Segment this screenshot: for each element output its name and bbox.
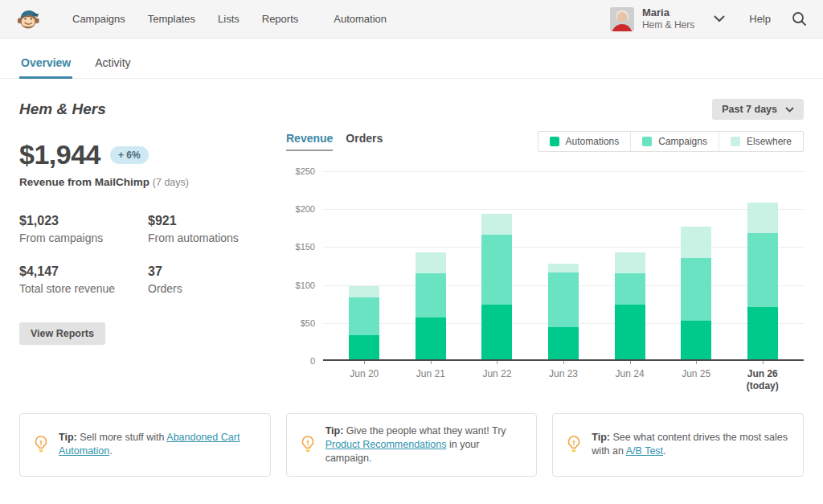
freddie-monkey-icon xyxy=(16,7,40,31)
stat-value: $1,023 xyxy=(19,214,148,228)
tip-link-abandoned-cart-automation[interactable]: Abandoned Cart Automation xyxy=(59,432,240,457)
bar-segment-elsewhere xyxy=(615,252,645,273)
legend-label: Elsewhere xyxy=(747,136,792,147)
revenue-summary-panel: $1,944 + 6% Revenue from MailChimp (7 da… xyxy=(19,131,286,392)
lightbulb-icon xyxy=(300,435,316,454)
x-axis: Jun 20Jun 21Jun 22Jun 23Jun 24Jun 25Jun … xyxy=(323,368,804,392)
bar-segment-elsewhere xyxy=(416,252,446,273)
tip-link-a-b-test[interactable]: A/B Test xyxy=(626,445,663,457)
bar-jun-23[interactable] xyxy=(548,264,579,359)
bar-segment-elsewhere xyxy=(747,203,778,234)
legend-item-automations[interactable]: Automations xyxy=(538,132,631,151)
bar-jun-24[interactable] xyxy=(615,252,645,359)
top-nav: CampaignsTemplatesListsReportsAutomation… xyxy=(0,0,823,39)
revenue-caption: Revenue from MailChimp (7 days) xyxy=(19,176,286,188)
stat-value: 37 xyxy=(148,264,276,279)
x-label-jun-25: Jun 25 xyxy=(663,368,730,392)
x-tick-mark xyxy=(763,361,764,364)
chart-tab-revenue[interactable]: Revenue xyxy=(286,132,333,151)
bar-segment-elsewhere xyxy=(349,286,379,297)
x-label-text: Jun 21 xyxy=(398,368,465,380)
revenue-caption-suffix: (7 days) xyxy=(153,177,189,188)
page-title: Hem & Hers xyxy=(19,100,106,118)
legend-item-elsewhere[interactable]: Elsewhere xyxy=(719,132,803,151)
tip-text: Tip: See what content drives the most sa… xyxy=(592,431,790,458)
nav-item-templates[interactable]: Templates xyxy=(148,13,195,25)
bar-segment-elsewhere xyxy=(548,264,579,272)
chart-metric-tabs: RevenueOrders xyxy=(286,132,383,151)
nav-item-campaigns[interactable]: Campaigns xyxy=(72,13,125,25)
bar-group-jun-20 xyxy=(331,286,398,359)
x-label-subtext: (today) xyxy=(729,380,796,392)
bar-segment-automations xyxy=(747,307,778,359)
help-link[interactable]: Help xyxy=(749,13,771,25)
legend-swatch-icon xyxy=(731,137,740,146)
legend-label: Automations xyxy=(566,136,620,147)
x-label-text: Jun 24 xyxy=(596,368,663,380)
stats-grid: $1,023From campaigns$921From automations… xyxy=(19,214,286,295)
y-tick-label: $100 xyxy=(296,281,315,290)
tip-prefix: Tip: xyxy=(59,432,77,443)
bar-segment-elsewhere xyxy=(681,227,711,258)
bar-segment-automations xyxy=(416,318,446,359)
user-account: Hem & Hers xyxy=(642,19,694,31)
y-axis: $250$200$150$100$500 xyxy=(286,171,323,392)
account-menu[interactable]: Maria Hem & Hers xyxy=(610,6,725,31)
bar-jun-22[interactable] xyxy=(481,214,512,359)
bar-jun-25[interactable] xyxy=(681,227,711,359)
bar-segment-automations xyxy=(481,305,512,359)
bar-segment-elsewhere xyxy=(481,214,512,235)
x-label-jun-21: Jun 21 xyxy=(398,368,465,392)
x-label-jun-23: Jun 23 xyxy=(530,368,597,392)
nav-item-reports[interactable]: Reports xyxy=(262,13,299,25)
tab-overview[interactable]: Overview xyxy=(19,48,72,79)
tip-prefix: Tip: xyxy=(592,432,610,443)
bar-segment-automations xyxy=(615,305,645,359)
nav-item-automation[interactable]: Automation xyxy=(334,13,387,25)
tab-activity[interactable]: Activity xyxy=(93,48,132,79)
chart-tab-orders[interactable]: Orders xyxy=(346,132,383,151)
stat-value: $921 xyxy=(148,214,276,228)
search-icon[interactable] xyxy=(792,11,807,27)
x-label-text: Jun 26 xyxy=(729,368,796,380)
tip-link-product-recommendations[interactable]: Product Recommendations xyxy=(326,439,447,450)
nav-item-lists[interactable]: Lists xyxy=(218,13,240,25)
y-tick-label: $50 xyxy=(301,318,315,328)
bar-segment-automations xyxy=(548,327,579,359)
chart-legend: AutomationsCampaignsElsewhere xyxy=(538,131,804,152)
legend-item-campaigns[interactable]: Campaigns xyxy=(630,132,719,151)
date-range-label: Past 7 days xyxy=(722,104,777,115)
date-range-dropdown[interactable]: Past 7 days xyxy=(712,99,804,120)
bar-jun-21[interactable] xyxy=(416,252,446,359)
bar-group-jun-25 xyxy=(663,227,730,359)
bar-jun-26[interactable] xyxy=(747,203,778,359)
revenue-bar-chart: $250$200$150$100$500 Jun 20Jun 21Jun 22J… xyxy=(286,171,804,392)
lightbulb-icon xyxy=(33,435,49,454)
mailchimp-logo[interactable] xyxy=(16,7,40,31)
bar-segment-automations xyxy=(681,321,711,359)
bar-jun-20[interactable] xyxy=(349,286,379,359)
bar-group-jun-24 xyxy=(596,252,663,359)
stat-label: Total store revenue xyxy=(19,282,148,295)
tips-row: Tip: Sell more stuff with Abandoned Cart… xyxy=(19,413,804,477)
stat-total-store-revenue: $4,147Total store revenue xyxy=(19,264,148,295)
stat-label: Orders xyxy=(148,282,276,295)
y-tick-label: $150 xyxy=(296,242,315,252)
plot-area xyxy=(323,171,804,361)
total-revenue-value: $1,944 xyxy=(19,139,100,170)
stat-from-campaigns: $1,023From campaigns xyxy=(19,214,148,244)
x-label-jun-24: Jun 24 xyxy=(596,368,663,392)
bar-segment-campaigns xyxy=(681,258,711,321)
stat-from-automations: $921From automations xyxy=(148,214,276,244)
x-label-jun-22: Jun 22 xyxy=(464,368,530,392)
chevron-down-icon xyxy=(714,15,725,23)
stat-label: From automations xyxy=(148,232,276,244)
chart-panel: RevenueOrders AutomationsCampaignsElsewh… xyxy=(286,131,804,392)
view-reports-button[interactable]: View Reports xyxy=(19,322,105,345)
tip-text: Tip: Sell more stuff with Abandoned Cart… xyxy=(59,431,257,458)
x-tick-mark xyxy=(497,361,497,364)
legend-swatch-icon xyxy=(550,137,559,146)
x-label-text: Jun 23 xyxy=(530,368,597,380)
tip-text: Tip: Give the people what they want! Try… xyxy=(326,424,524,465)
primary-nav: CampaignsTemplatesListsReportsAutomation xyxy=(72,13,387,25)
